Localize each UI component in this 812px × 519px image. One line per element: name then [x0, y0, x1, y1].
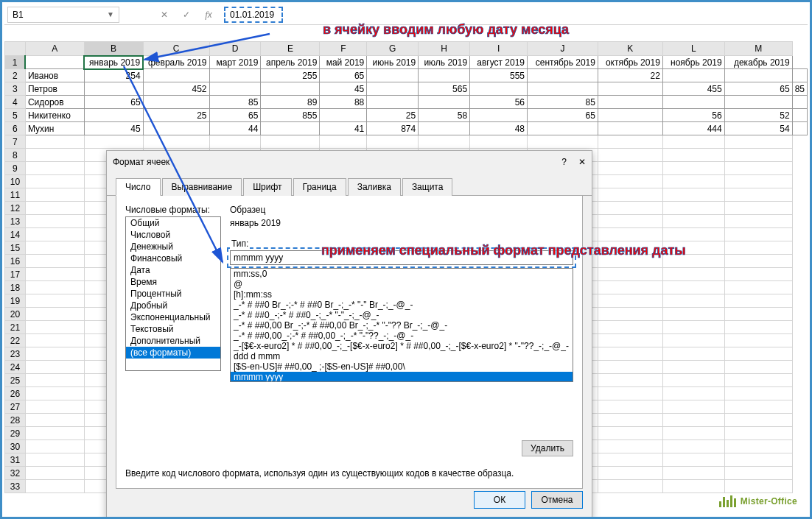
data-cell[interactable]: 89 [261, 96, 320, 109]
format-item[interactable]: _-* # ##0,00 Br_-;-* # ##0,00 Br_-;_-* "… [231, 320, 573, 331]
header-cell[interactable]: май 2019 [320, 56, 367, 69]
empty-cell[interactable] [25, 427, 84, 440]
row-header[interactable]: 5 [5, 109, 26, 122]
close-icon[interactable]: ✕ [578, 157, 586, 167]
dialog-tab[interactable]: Защита [402, 178, 453, 196]
empty-cell[interactable] [724, 347, 792, 361]
empty-cell[interactable] [25, 175, 84, 188]
category-item[interactable]: Общий [126, 217, 220, 229]
data-cell[interactable]: 85 [792, 82, 807, 96]
empty-cell[interactable] [25, 374, 84, 387]
row-header[interactable]: 30 [5, 440, 26, 453]
data-cell[interactable] [724, 69, 792, 82]
empty-cell[interactable] [598, 268, 662, 281]
row-header[interactable]: 22 [5, 334, 26, 347]
empty-cell[interactable] [724, 440, 792, 453]
header-cell[interactable]: март 2019 [209, 56, 261, 69]
empty-cell[interactable] [598, 228, 662, 241]
empty-cell[interactable] [25, 347, 84, 361]
select-all-corner[interactable] [5, 42, 26, 56]
row-header[interactable]: 3 [5, 82, 26, 96]
data-cell[interactable] [792, 96, 807, 109]
row-header[interactable]: 21 [5, 321, 26, 334]
header-cell[interactable]: октябрь 2019 [598, 56, 662, 69]
empty-cell[interactable] [598, 440, 662, 453]
data-cell[interactable]: 54 [724, 122, 792, 135]
empty-cell[interactable] [25, 480, 84, 493]
empty-cell[interactable] [724, 255, 792, 268]
data-cell[interactable]: 85 [209, 96, 261, 109]
format-item[interactable]: mmmm yyyy [231, 372, 573, 382]
empty-cell[interactable] [598, 414, 662, 427]
empty-cell[interactable] [724, 387, 792, 400]
data-cell[interactable]: 85 [528, 96, 598, 109]
data-cell[interactable] [724, 96, 792, 109]
category-item[interactable]: Финансовый [126, 253, 220, 264]
accept-formula-icon[interactable]: ✓ [177, 7, 196, 23]
empty-cell[interactable] [598, 175, 662, 188]
category-item[interactable]: Экспоненциальный [126, 311, 220, 323]
col-header[interactable]: I [470, 42, 528, 56]
data-cell[interactable] [470, 109, 528, 122]
data-cell[interactable] [528, 82, 598, 96]
format-list[interactable]: mm:ss,0@[h]:mm:ss_-* # ##0 Br_-;-* # ##0… [230, 268, 573, 382]
empty-cell[interactable] [662, 188, 724, 202]
format-item[interactable]: [$S-en-US]# ##0,00_ ;-[$S-en-US]# ##0,00… [231, 361, 573, 372]
empty-cell[interactable] [598, 321, 662, 334]
empty-cell[interactable] [25, 334, 84, 347]
empty-cell[interactable] [84, 135, 143, 149]
empty-cell[interactable] [662, 453, 724, 467]
row-header[interactable]: 2 [5, 69, 26, 82]
empty-cell[interactable] [724, 215, 792, 228]
header-cell[interactable] [25, 56, 84, 69]
row-header[interactable]: 28 [5, 414, 26, 427]
data-cell[interactable]: 88 [320, 96, 367, 109]
data-cell[interactable]: 452 [143, 82, 209, 96]
empty-cell[interactable] [662, 228, 724, 241]
row-header[interactable]: 4 [5, 96, 26, 109]
data-cell[interactable] [209, 69, 261, 82]
data-cell[interactable] [598, 122, 662, 135]
empty-cell[interactable] [470, 135, 528, 149]
header-cell[interactable]: апрель 2019 [261, 56, 320, 69]
data-cell[interactable]: 45 [84, 122, 143, 135]
empty-cell[interactable] [598, 427, 662, 440]
empty-cell[interactable] [25, 202, 84, 215]
category-item[interactable]: (все форматы) [126, 347, 220, 359]
data-cell[interactable]: Иванов [25, 69, 84, 82]
row-header[interactable]: 24 [5, 361, 26, 374]
header-cell[interactable]: декабрь 2019 [724, 56, 792, 69]
empty-cell[interactable] [724, 135, 792, 149]
empty-cell[interactable] [25, 149, 84, 162]
category-item[interactable]: Время [126, 276, 220, 288]
empty-cell[interactable] [25, 453, 84, 467]
header-cell[interactable]: ноябрь 2019 [662, 56, 724, 69]
col-header[interactable]: D [209, 42, 261, 56]
data-cell[interactable]: 48 [470, 122, 528, 135]
empty-cell[interactable] [724, 427, 792, 440]
data-cell[interactable] [261, 82, 320, 96]
col-header[interactable]: H [419, 42, 470, 56]
empty-cell[interactable] [598, 387, 662, 400]
data-cell[interactable]: 56 [470, 96, 528, 109]
empty-cell[interactable] [662, 467, 724, 480]
row-header[interactable]: 10 [5, 175, 26, 188]
data-cell[interactable]: 65 [320, 69, 367, 82]
data-cell[interactable]: Мухин [25, 122, 84, 135]
empty-cell[interactable] [662, 175, 724, 188]
empty-cell[interactable] [25, 135, 84, 149]
data-cell[interactable]: 45 [320, 82, 367, 96]
empty-cell[interactable] [662, 135, 724, 149]
row-header[interactable]: 17 [5, 268, 26, 281]
data-cell[interactable] [528, 122, 598, 135]
row-header[interactable]: 6 [5, 122, 26, 135]
data-cell[interactable] [84, 82, 143, 96]
empty-cell[interactable] [662, 308, 724, 321]
data-cell[interactable]: Сидоров [25, 96, 84, 109]
data-cell[interactable]: 254 [84, 69, 143, 82]
col-header[interactable]: A [25, 42, 84, 56]
row-header[interactable]: 16 [5, 255, 26, 268]
format-item[interactable]: _-[$€-x-euro2] * # ##0,00_-;_-[$€-x-euro… [231, 341, 573, 351]
empty-cell[interactable] [25, 255, 84, 268]
empty-cell[interactable] [724, 453, 792, 467]
